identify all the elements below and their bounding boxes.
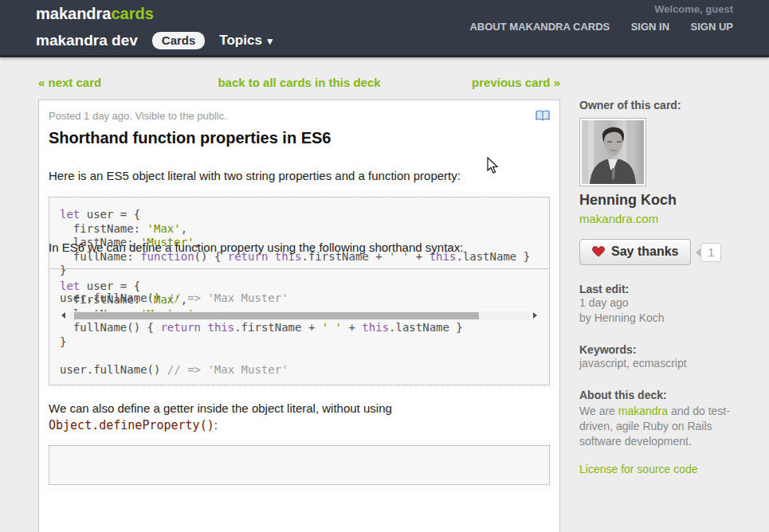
topics-menu[interactable]: Topics▼ — [219, 33, 274, 49]
paragraph-es5-intro: Here is an ES5 object literal with two s… — [49, 167, 550, 184]
sidebar: Owner of this card: — [579, 99, 745, 475]
open-book-icon[interactable] — [536, 110, 550, 122]
horizontal-scrollbar[interactable] — [60, 311, 539, 321]
about-makandra-cards-link[interactable]: ABOUT MAKANDRA CARDS — [469, 21, 610, 33]
keywords-list: javascript, ecmascript — [579, 356, 745, 371]
header-links: ABOUT MAKANDRA CARDS SIGN IN SIGN UP — [452, 19, 733, 33]
scrollbar-thumb[interactable] — [74, 312, 479, 319]
scroll-right-arrow[interactable] — [531, 311, 539, 319]
last-edit-heading: Last edit: — [579, 283, 745, 295]
owner-avatar[interactable] — [579, 118, 646, 186]
site-logo[interactable]: makandracards — [36, 5, 154, 23]
thanks-count-badge: 1 — [700, 243, 721, 262]
card-title: Shorthand function properties in ES6 — [49, 129, 550, 147]
topics-label: Topics — [219, 33, 262, 48]
sign-in-link[interactable]: SIGN IN — [631, 21, 669, 33]
sign-up-link[interactable]: SIGN UP — [691, 21, 733, 33]
logo-cards: cards — [112, 5, 154, 22]
paragraph-getter: We can also define a getter inside the o… — [49, 400, 550, 434]
last-edit-when: 1 day ago — [579, 295, 745, 311]
about-deck-text: We are makandra and do test-driven, agil… — [579, 404, 745, 449]
about-deck-section: About this deck: We are makandra and do … — [579, 389, 745, 475]
scrollbar-track[interactable] — [69, 311, 529, 320]
code-block-es6: let user = { firstName: 'Max', lastName:… — [49, 268, 550, 386]
heart-icon — [592, 246, 605, 257]
about-text-before: We are — [579, 405, 618, 417]
welcome-text: Welcome, guest — [654, 3, 733, 15]
scroll-left-arrow[interactable] — [60, 311, 68, 319]
inline-code-defineproperty: Object.defineProperty() — [49, 418, 214, 432]
owner-name: Henning Koch — [579, 192, 745, 209]
makandra-link[interactable]: makandra — [618, 405, 668, 417]
header: makandracards makandra dev Cards Topics▼… — [0, 0, 769, 57]
deck-name-link[interactable]: makandra dev — [36, 32, 138, 49]
last-edit-by: by Henning Koch — [579, 311, 745, 326]
page: makandracards makandra dev Cards Topics▼… — [0, 0, 769, 532]
cards-pill-button[interactable]: Cards — [152, 32, 206, 49]
card-navigation: « next card back to all cards in this de… — [38, 76, 560, 92]
deck-row: makandra dev Cards Topics▼ — [36, 32, 275, 49]
previous-card-link[interactable]: previous card » — [472, 76, 560, 89]
say-thanks-button[interactable]: Say thanks — [579, 239, 691, 265]
keywords-heading: Keywords: — [579, 343, 745, 356]
paragraph-getter-text: We can also define a getter inside the o… — [49, 401, 392, 415]
owner-website-link[interactable]: makandra.com — [579, 212, 658, 225]
license-link[interactable]: License for source code — [579, 463, 698, 475]
card-panel: Posted 1 day ago. Visible to the public.… — [38, 100, 560, 532]
paragraph-getter-colon: : — [214, 418, 218, 432]
owner-heading: Owner of this card: — [579, 99, 745, 111]
card-meta: Posted 1 day ago. Visible to the public. — [49, 110, 227, 122]
say-thanks-label: Say thanks — [611, 244, 678, 259]
code-block-getter — [49, 445, 550, 485]
last-edit-section: Last edit: 1 day ago by Henning Koch — [579, 283, 745, 326]
about-deck-heading: About this deck: — [579, 389, 745, 401]
logo-makandra: makandra — [36, 5, 112, 22]
keywords-section: Keywords: javascript, ecmascript — [579, 343, 745, 371]
chevron-down-icon: ▼ — [265, 36, 275, 47]
